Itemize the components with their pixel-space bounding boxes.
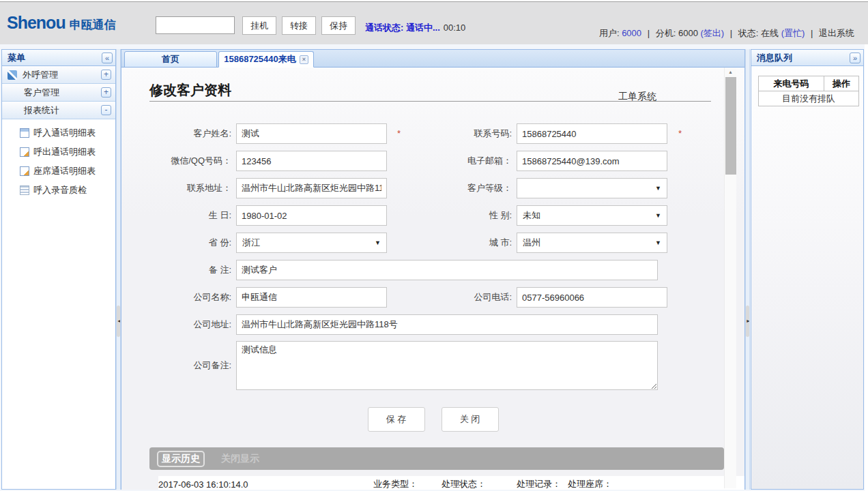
company-name-input[interactable] — [236, 287, 387, 308]
left-splitter[interactable]: ◄ — [116, 49, 121, 490]
province-select[interactable]: 浙江 ▼ — [236, 233, 387, 253]
user-id-link[interactable]: 6000 — [622, 28, 641, 38]
history-col-label: 业务类型： — [373, 478, 418, 490]
remark-input[interactable] — [236, 260, 658, 280]
field-label: 公司地址: — [121, 318, 236, 331]
brand-logo-cn: 申瓯通信 — [70, 18, 116, 31]
menu-item-inbound-recording-qc[interactable]: 呼入录音质检 — [2, 181, 115, 200]
field-label: 联系地址： — [121, 182, 236, 194]
app-window: Shenou申瓯通信 挂机 转接 保持 通话状态: 通话中...00:10 用户… — [0, 0, 868, 491]
queue-table: 来电号码 操作 目前没有排队 — [758, 76, 859, 106]
menu-item-label: 呼入录音质检 — [33, 184, 87, 196]
contact-number-input[interactable] — [517, 123, 667, 144]
menu-item-inbound-call-detail[interactable]: 呼入通话明细表 — [2, 123, 115, 143]
tab-content: 修改客户资料 工单系统 客户姓名: * 联系号码: * 微信/QQ号码： — [121, 68, 744, 490]
menu-item-outbound-call-detail[interactable]: 呼出通话明细表 — [2, 143, 115, 162]
page-title: 修改客户资料 — [149, 81, 231, 100]
queue-title: 消息队列 — [757, 52, 850, 64]
menu-item-label: 呼入通话明细表 — [33, 127, 96, 139]
separator: | — [648, 28, 650, 38]
contact-address-input[interactable] — [236, 178, 387, 198]
select-value: 浙江 — [242, 237, 375, 249]
scroll-up-icon[interactable]: ▲ — [725, 68, 736, 77]
show-history-button[interactable]: 显示历史 — [157, 451, 205, 467]
hold-button[interactable]: 保持 — [321, 16, 356, 35]
field-label: 公司备注: — [121, 359, 236, 372]
status-value: 在线 — [761, 28, 779, 38]
main-panel: 首页 15868725440来电 × 修改客户资料 工单系统 客户姓名: * 联… — [121, 49, 745, 490]
company-phone-input[interactable] — [517, 287, 667, 308]
extension-label: 分机: — [656, 28, 676, 38]
scrollbar-thumb[interactable] — [725, 77, 736, 175]
menu-title: 菜单 — [8, 52, 102, 64]
menu-group-label: 外呼管理 — [23, 69, 101, 81]
hangup-button[interactable]: 挂机 — [242, 16, 276, 35]
required-asterisk: * — [397, 128, 401, 138]
history-col-label: 处理状态： — [442, 478, 486, 490]
field-label: 微信/QQ号码： — [121, 155, 236, 167]
separator: | — [811, 28, 813, 38]
field-label: 联系号码: — [387, 128, 517, 140]
select-arrow-icon: ▼ — [375, 239, 381, 246]
dial-input[interactable] — [156, 16, 235, 34]
expand-right-icon[interactable]: » — [850, 53, 860, 63]
company-address-input[interactable] — [236, 314, 658, 335]
history-timestamp: 2017-06-03 16:10:14.0 — [158, 479, 291, 490]
tab-incoming-call[interactable]: 15868725440来电 × — [218, 51, 314, 68]
tab-strip: 首页 15868725440来电 × — [121, 50, 744, 68]
menu-item-list: 呼入通话明细表 呼出通话明细表 座席通话明细表 呼入录音质检 — [2, 119, 115, 200]
customer-name-input[interactable] — [236, 123, 387, 144]
hide-history-button[interactable]: 关闭显示 — [221, 453, 259, 465]
outbound-tools-icon — [8, 70, 17, 80]
menu-group-customers[interactable]: 客户管理 + — [2, 84, 115, 102]
menu-group-outbound[interactable]: 外呼管理 + — [2, 66, 115, 84]
birthday-input[interactable] — [236, 205, 387, 226]
field-label: 客户姓名: — [121, 128, 236, 140]
wechat-qq-input[interactable] — [236, 151, 387, 171]
company-remark-textarea[interactable] — [236, 341, 658, 390]
gender-select[interactable]: 未知 ▼ — [517, 205, 667, 226]
close-button[interactable]: 关 闭 — [442, 407, 499, 432]
select-arrow-icon: ▼ — [655, 212, 661, 219]
menu-panel-header: 菜单 « — [2, 50, 115, 66]
vertical-scrollbar[interactable]: ▲ — [724, 68, 736, 488]
plus-icon[interactable]: + — [101, 87, 111, 98]
transfer-button[interactable]: 转接 — [282, 16, 316, 35]
right-splitter[interactable]: ► — [745, 49, 750, 490]
field-label: 客户等级： — [387, 182, 517, 194]
tab-home[interactable]: 首页 — [124, 51, 217, 68]
queue-col-action: 操作 — [824, 76, 859, 91]
menu-group-reports[interactable]: 报表统计 - — [2, 102, 115, 119]
top-header: Shenou申瓯通信 挂机 转接 保持 通话状态: 通话中...00:10 用户… — [0, 1, 868, 44]
select-value: 未知 — [523, 209, 655, 222]
select-arrow-icon: ▼ — [655, 239, 661, 246]
sign-out-link[interactable]: (签出) — [701, 28, 725, 38]
window-right-strip — [865, 44, 868, 491]
save-button[interactable]: 保 存 — [368, 407, 425, 432]
brand-logo-en: Shenou — [7, 13, 66, 32]
menu-item-agent-call-detail[interactable]: 座席通话明细表 — [2, 162, 115, 181]
call-timer: 00:10 — [444, 23, 466, 33]
collapse-left-icon[interactable]: « — [102, 53, 113, 63]
work-region: 菜单 « 外呼管理 + 客户管理 + 报表统计 - 呼入通话明细表 — [0, 44, 868, 491]
history-col-label: 处理记录： — [517, 478, 561, 490]
set-busy-link[interactable]: (置忙) — [781, 28, 805, 38]
left-menu-panel: 菜单 « 外呼管理 + 客户管理 + 报表统计 - 呼入通话明细表 — [1, 49, 116, 490]
minus-icon[interactable]: - — [101, 105, 111, 115]
call-control-buttons: 挂机 转接 保持 — [242, 16, 356, 35]
select-arrow-icon: ▼ — [655, 185, 661, 192]
logout-link[interactable]: 退出系统 — [819, 28, 854, 38]
splitter-expand-right-icon[interactable]: ► — [746, 306, 749, 337]
account-bar: 用户: 6000 | 分机: 6000 (签出) | 状态: 在线 (置忙) |… — [599, 27, 854, 40]
splitter-collapse-left-icon[interactable]: ◄ — [117, 306, 120, 337]
user-label: 用户: — [599, 28, 620, 38]
email-input[interactable] — [517, 151, 667, 171]
city-select[interactable]: 温州 ▼ — [517, 233, 667, 253]
close-icon[interactable]: × — [300, 55, 308, 64]
history-toggle-bar: 显示历史 关闭显示 — [149, 447, 724, 470]
customer-level-select[interactable]: ▼ — [517, 178, 667, 198]
status-label: 状态: — [738, 28, 759, 38]
table-report-icon — [20, 128, 29, 138]
extension-value: 6000 — [678, 28, 698, 38]
plus-icon[interactable]: + — [101, 70, 111, 80]
